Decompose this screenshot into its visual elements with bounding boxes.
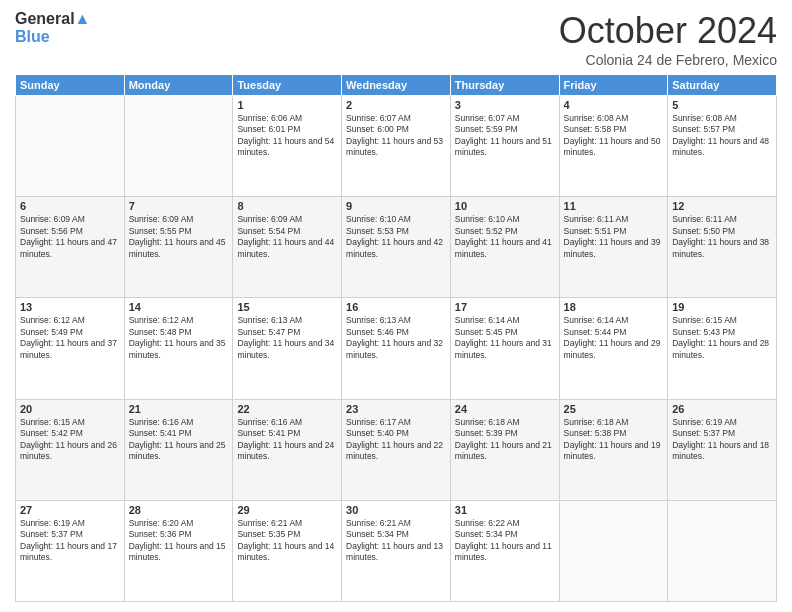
col-monday: Monday	[124, 75, 233, 96]
cell-content: Sunrise: 6:15 AM Sunset: 5:43 PM Dayligh…	[672, 315, 772, 361]
table-row: 23Sunrise: 6:17 AM Sunset: 5:40 PM Dayli…	[342, 399, 451, 500]
cell-content: Sunrise: 6:12 AM Sunset: 5:48 PM Dayligh…	[129, 315, 229, 361]
table-row: 26Sunrise: 6:19 AM Sunset: 5:37 PM Dayli…	[668, 399, 777, 500]
day-number: 18	[564, 301, 664, 313]
col-wednesday: Wednesday	[342, 75, 451, 96]
calendar-week-row: 6Sunrise: 6:09 AM Sunset: 5:56 PM Daylig…	[16, 197, 777, 298]
day-number: 6	[20, 200, 120, 212]
cell-content: Sunrise: 6:19 AM Sunset: 5:37 PM Dayligh…	[672, 417, 772, 463]
month-title: October 2024	[559, 10, 777, 52]
table-row: 12Sunrise: 6:11 AM Sunset: 5:50 PM Dayli…	[668, 197, 777, 298]
day-number: 26	[672, 403, 772, 415]
cell-content: Sunrise: 6:16 AM Sunset: 5:41 PM Dayligh…	[129, 417, 229, 463]
cell-content: Sunrise: 6:18 AM Sunset: 5:39 PM Dayligh…	[455, 417, 555, 463]
cell-content: Sunrise: 6:14 AM Sunset: 5:45 PM Dayligh…	[455, 315, 555, 361]
day-number: 8	[237, 200, 337, 212]
location-subtitle: Colonia 24 de Febrero, Mexico	[559, 52, 777, 68]
day-number: 15	[237, 301, 337, 313]
table-row: 11Sunrise: 6:11 AM Sunset: 5:51 PM Dayli…	[559, 197, 668, 298]
day-number: 7	[129, 200, 229, 212]
day-number: 28	[129, 504, 229, 516]
table-row: 21Sunrise: 6:16 AM Sunset: 5:41 PM Dayli…	[124, 399, 233, 500]
day-number: 14	[129, 301, 229, 313]
cell-content: Sunrise: 6:08 AM Sunset: 5:58 PM Dayligh…	[564, 113, 664, 159]
table-row: 8Sunrise: 6:09 AM Sunset: 5:54 PM Daylig…	[233, 197, 342, 298]
cell-content: Sunrise: 6:06 AM Sunset: 6:01 PM Dayligh…	[237, 113, 337, 159]
table-row: 15Sunrise: 6:13 AM Sunset: 5:47 PM Dayli…	[233, 298, 342, 399]
title-section: October 2024 Colonia 24 de Febrero, Mexi…	[559, 10, 777, 68]
page: General▲ Blue October 2024 Colonia 24 de…	[0, 0, 792, 612]
day-number: 21	[129, 403, 229, 415]
col-thursday: Thursday	[450, 75, 559, 96]
day-number: 11	[564, 200, 664, 212]
day-number: 24	[455, 403, 555, 415]
cell-content: Sunrise: 6:11 AM Sunset: 5:50 PM Dayligh…	[672, 214, 772, 260]
cell-content: Sunrise: 6:18 AM Sunset: 5:38 PM Dayligh…	[564, 417, 664, 463]
cell-content: Sunrise: 6:17 AM Sunset: 5:40 PM Dayligh…	[346, 417, 446, 463]
table-row: 29Sunrise: 6:21 AM Sunset: 5:35 PM Dayli…	[233, 500, 342, 601]
table-row: 30Sunrise: 6:21 AM Sunset: 5:34 PM Dayli…	[342, 500, 451, 601]
cell-content: Sunrise: 6:08 AM Sunset: 5:57 PM Dayligh…	[672, 113, 772, 159]
table-row: 13Sunrise: 6:12 AM Sunset: 5:49 PM Dayli…	[16, 298, 125, 399]
logo: General▲ Blue	[15, 10, 90, 45]
cell-content: Sunrise: 6:22 AM Sunset: 5:34 PM Dayligh…	[455, 518, 555, 564]
table-row: 25Sunrise: 6:18 AM Sunset: 5:38 PM Dayli…	[559, 399, 668, 500]
table-row: 31Sunrise: 6:22 AM Sunset: 5:34 PM Dayli…	[450, 500, 559, 601]
table-row: 1Sunrise: 6:06 AM Sunset: 6:01 PM Daylig…	[233, 96, 342, 197]
table-row: 10Sunrise: 6:10 AM Sunset: 5:52 PM Dayli…	[450, 197, 559, 298]
table-row: 24Sunrise: 6:18 AM Sunset: 5:39 PM Dayli…	[450, 399, 559, 500]
table-row: 27Sunrise: 6:19 AM Sunset: 5:37 PM Dayli…	[16, 500, 125, 601]
table-row: 16Sunrise: 6:13 AM Sunset: 5:46 PM Dayli…	[342, 298, 451, 399]
cell-content: Sunrise: 6:09 AM Sunset: 5:54 PM Dayligh…	[237, 214, 337, 260]
table-row: 9Sunrise: 6:10 AM Sunset: 5:53 PM Daylig…	[342, 197, 451, 298]
day-number: 1	[237, 99, 337, 111]
table-row	[559, 500, 668, 601]
table-row: 20Sunrise: 6:15 AM Sunset: 5:42 PM Dayli…	[16, 399, 125, 500]
col-tuesday: Tuesday	[233, 75, 342, 96]
calendar-week-row: 1Sunrise: 6:06 AM Sunset: 6:01 PM Daylig…	[16, 96, 777, 197]
table-row: 28Sunrise: 6:20 AM Sunset: 5:36 PM Dayli…	[124, 500, 233, 601]
cell-content: Sunrise: 6:20 AM Sunset: 5:36 PM Dayligh…	[129, 518, 229, 564]
day-number: 16	[346, 301, 446, 313]
calendar-week-row: 20Sunrise: 6:15 AM Sunset: 5:42 PM Dayli…	[16, 399, 777, 500]
table-row: 6Sunrise: 6:09 AM Sunset: 5:56 PM Daylig…	[16, 197, 125, 298]
day-number: 13	[20, 301, 120, 313]
calendar-header-row: Sunday Monday Tuesday Wednesday Thursday…	[16, 75, 777, 96]
col-saturday: Saturday	[668, 75, 777, 96]
day-number: 23	[346, 403, 446, 415]
day-number: 19	[672, 301, 772, 313]
cell-content: Sunrise: 6:07 AM Sunset: 5:59 PM Dayligh…	[455, 113, 555, 159]
col-sunday: Sunday	[16, 75, 125, 96]
calendar-week-row: 27Sunrise: 6:19 AM Sunset: 5:37 PM Dayli…	[16, 500, 777, 601]
day-number: 22	[237, 403, 337, 415]
cell-content: Sunrise: 6:14 AM Sunset: 5:44 PM Dayligh…	[564, 315, 664, 361]
day-number: 12	[672, 200, 772, 212]
table-row: 3Sunrise: 6:07 AM Sunset: 5:59 PM Daylig…	[450, 96, 559, 197]
day-number: 27	[20, 504, 120, 516]
cell-content: Sunrise: 6:15 AM Sunset: 5:42 PM Dayligh…	[20, 417, 120, 463]
day-number: 3	[455, 99, 555, 111]
cell-content: Sunrise: 6:09 AM Sunset: 5:55 PM Dayligh…	[129, 214, 229, 260]
cell-content: Sunrise: 6:12 AM Sunset: 5:49 PM Dayligh…	[20, 315, 120, 361]
calendar-week-row: 13Sunrise: 6:12 AM Sunset: 5:49 PM Dayli…	[16, 298, 777, 399]
cell-content: Sunrise: 6:09 AM Sunset: 5:56 PM Dayligh…	[20, 214, 120, 260]
day-number: 31	[455, 504, 555, 516]
table-row	[16, 96, 125, 197]
cell-content: Sunrise: 6:11 AM Sunset: 5:51 PM Dayligh…	[564, 214, 664, 260]
table-row: 4Sunrise: 6:08 AM Sunset: 5:58 PM Daylig…	[559, 96, 668, 197]
cell-content: Sunrise: 6:16 AM Sunset: 5:41 PM Dayligh…	[237, 417, 337, 463]
table-row: 7Sunrise: 6:09 AM Sunset: 5:55 PM Daylig…	[124, 197, 233, 298]
cell-content: Sunrise: 6:13 AM Sunset: 5:47 PM Dayligh…	[237, 315, 337, 361]
day-number: 30	[346, 504, 446, 516]
logo-blue: Blue	[15, 28, 90, 46]
cell-content: Sunrise: 6:10 AM Sunset: 5:52 PM Dayligh…	[455, 214, 555, 260]
cell-content: Sunrise: 6:13 AM Sunset: 5:46 PM Dayligh…	[346, 315, 446, 361]
day-number: 4	[564, 99, 664, 111]
col-friday: Friday	[559, 75, 668, 96]
day-number: 17	[455, 301, 555, 313]
cell-content: Sunrise: 6:21 AM Sunset: 5:34 PM Dayligh…	[346, 518, 446, 564]
logo-text: General▲	[15, 10, 90, 28]
cell-content: Sunrise: 6:21 AM Sunset: 5:35 PM Dayligh…	[237, 518, 337, 564]
cell-content: Sunrise: 6:10 AM Sunset: 5:53 PM Dayligh…	[346, 214, 446, 260]
cell-content: Sunrise: 6:19 AM Sunset: 5:37 PM Dayligh…	[20, 518, 120, 564]
